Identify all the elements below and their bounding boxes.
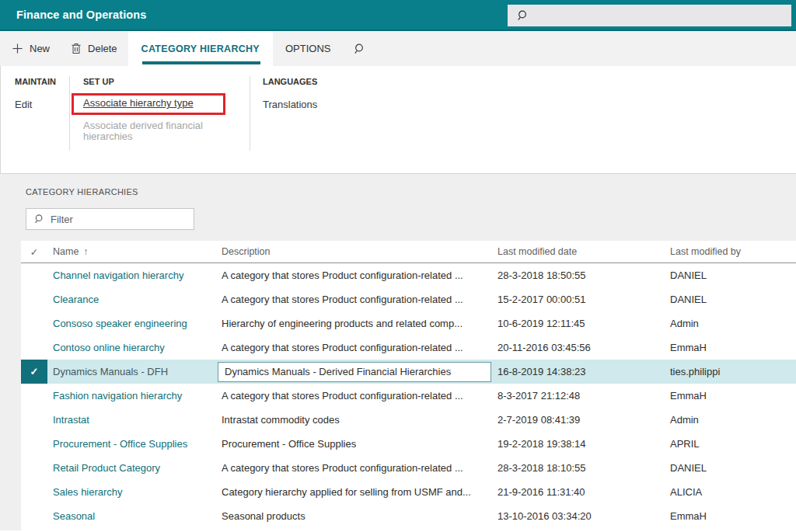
row-name-link[interactable]: Clearance: [47, 294, 216, 305]
row-name-link[interactable]: Fashion navigation hierarchy: [47, 390, 216, 402]
new-button-label: New: [30, 43, 50, 54]
row-last-modified-date: 20-11-2016 03:45:56: [492, 342, 665, 353]
table-row[interactable]: Contoso online hierarchyA category that …: [21, 336, 796, 360]
row-description-cell: A category that stores Product configura…: [216, 390, 492, 402]
table-row[interactable]: Channel navigation hierarchyA category t…: [21, 263, 796, 287]
row-description-cell: Procurement - Office Supplies: [216, 438, 492, 450]
description-editor-cell[interactable]: Dynamics Manuals - Derived Financial Hie…: [218, 362, 491, 382]
row-last-modified-by: DANIEL: [665, 462, 796, 474]
row-check-cell[interactable]: [21, 504, 47, 528]
row-name-link[interactable]: Dynamics Manuals - DFH: [47, 366, 216, 377]
row-check-cell[interactable]: [21, 311, 47, 336]
table-row[interactable]: Consoso speaker engineeringHierarchy of …: [21, 311, 796, 336]
row-name-link[interactable]: Channel navigation hierarchy: [47, 269, 216, 281]
table-body: Channel navigation hierarchyA category t…: [21, 263, 796, 528]
row-description-cell: A category that stores Product configura…: [216, 269, 492, 281]
row-last-modified-by: DANIEL: [665, 269, 796, 281]
row-description-cell: Category hierarchy applied for selling f…: [216, 486, 492, 498]
column-header-name[interactable]: Name↑: [47, 246, 216, 257]
row-description-cell: A category that stores Product configura…: [216, 342, 492, 353]
tab-category-hierarchy[interactable]: CATEGORY HIERARCHY: [128, 31, 273, 66]
row-description-cell: Hierarchy of engineering products and re…: [216, 318, 492, 329]
row-last-modified-by: EmmaH: [665, 342, 796, 353]
row-last-modified-by: EmmaH: [665, 390, 796, 402]
row-last-modified-by: EmmaH: [665, 510, 796, 522]
app-window: Finance and Operations New Delete CATEGO…: [0, 0, 796, 532]
page-content: CATEGORY HIERARCHIES ✓ Name↑ Description…: [0, 174, 796, 530]
plus-icon: [12, 43, 23, 54]
menu-item-associate-hierarchy-type[interactable]: Associate hierarchy type: [83, 98, 194, 109]
select-all-check[interactable]: ✓: [21, 241, 47, 263]
menu-item-translations[interactable]: Translations: [263, 99, 317, 110]
row-last-modified-date: 10-6-2019 12:11:45: [492, 318, 665, 329]
row-check-cell[interactable]: [21, 287, 47, 311]
highlight-red-box: Associate hierarchy type: [72, 93, 225, 115]
row-check-cell[interactable]: [21, 384, 47, 408]
row-name-link[interactable]: Consoso speaker engineering: [47, 318, 216, 329]
new-button[interactable]: New: [12, 43, 50, 54]
column-header-last-modified-date[interactable]: Last modified date: [492, 246, 665, 257]
tab-options-label: OPTIONS: [285, 43, 331, 54]
column-header-description[interactable]: Description: [216, 246, 492, 257]
delete-button[interactable]: Delete: [71, 43, 117, 54]
table-row[interactable]: Fashion navigation hierarchyA category t…: [21, 384, 796, 408]
table-row[interactable]: ClearanceA category that stores Product …: [21, 287, 796, 311]
table-row[interactable]: Sales hierarchyCategory hierarchy applie…: [21, 480, 796, 504]
delete-button-label: Delete: [88, 43, 117, 54]
row-last-modified-date: 8-3-2017 21:12:48: [492, 390, 665, 402]
action-bar: New Delete CATEGORY HIERARCHY OPTIONS: [0, 31, 796, 66]
menu-item-associate-derived-financial-hierarchies: Associate derived financial hierarchies: [83, 120, 250, 142]
row-description-cell: A category that stores Product configura…: [216, 462, 492, 474]
table-row[interactable]: ✓Dynamics Manuals - DFHDynamics Manuals …: [21, 360, 796, 384]
ribbon-group-setup-title: SET UP: [83, 77, 250, 87]
row-name-link[interactable]: Contoso online hierarchy: [47, 342, 216, 353]
filter-box: [26, 208, 194, 230]
table-row[interactable]: IntrastatIntrastat commodity codes2-7-20…: [21, 408, 796, 432]
row-check-cell[interactable]: [21, 480, 47, 504]
row-last-modified-date: 28-3-2018 18:10:55: [492, 462, 665, 474]
table-row[interactable]: SeasonalSeasonal products13-10-2016 03:3…: [21, 504, 796, 528]
table-row[interactable]: Procurement - Office SuppliesProcurement…: [21, 432, 796, 456]
ribbon-group-languages: LANGUAGES Translations: [250, 66, 317, 173]
search-icon: [34, 214, 45, 224]
search-icon: [517, 9, 529, 22]
top-navigation-bar: Finance and Operations: [0, 0, 796, 31]
row-description-cell: A category that stores Product configura…: [216, 294, 492, 305]
row-last-modified-date: 21-9-2016 11:31:40: [492, 486, 665, 498]
row-last-modified-date: 19-2-2018 19:38:14: [492, 438, 665, 450]
menu-item-edit[interactable]: Edit: [15, 99, 69, 110]
category-hierarchies-grid: ✓ Name↑ Description Last modified date L…: [21, 241, 796, 530]
row-description-cell: Dynamics Manuals - Derived Financial Hie…: [216, 362, 492, 382]
row-name-link[interactable]: Intrastat: [47, 414, 216, 426]
table-row[interactable]: Retail Product CategoryA category that s…: [21, 456, 796, 480]
actionbar-search-button[interactable]: [354, 43, 366, 55]
row-check-cell[interactable]: [21, 456, 47, 480]
global-search-box[interactable]: [508, 5, 791, 26]
column-header-last-modified-by[interactable]: Last modified by: [665, 246, 796, 257]
tab-options[interactable]: OPTIONS: [273, 31, 344, 66]
row-name-link[interactable]: Sales hierarchy: [47, 486, 216, 498]
ribbon-group-languages-title: LANGUAGES: [263, 77, 317, 87]
row-description-cell: Seasonal products: [216, 510, 492, 522]
row-last-modified-by: DANIEL: [665, 294, 796, 305]
column-header-name-label: Name: [53, 246, 79, 257]
ribbon-group-maintain-title: MAINTAIN: [15, 77, 69, 87]
app-title: Finance and Operations: [16, 9, 146, 21]
row-last-modified-by: ties.philippi: [665, 366, 796, 377]
row-last-modified-by: ALICIA: [665, 486, 796, 498]
page-title: CATEGORY HIERARCHIES: [26, 187, 138, 196]
row-last-modified-by: APRIL: [665, 438, 796, 450]
row-last-modified-date: 13-10-2016 03:34:20: [492, 510, 665, 522]
row-check-cell[interactable]: [21, 408, 47, 432]
filter-input[interactable]: [51, 214, 175, 225]
row-name-link[interactable]: Seasonal: [47, 510, 216, 522]
row-selected-check-icon[interactable]: ✓: [21, 360, 47, 384]
row-check-cell[interactable]: [21, 432, 47, 456]
row-name-link[interactable]: Retail Product Category: [47, 462, 216, 474]
row-last-modified-date: 15-2-2017 00:00:51: [492, 294, 665, 305]
row-check-cell[interactable]: [21, 263, 47, 287]
row-name-link[interactable]: Procurement - Office Supplies: [47, 438, 216, 450]
row-check-cell[interactable]: [21, 336, 47, 360]
row-last-modified-date: 28-3-2018 18:50:55: [492, 269, 665, 281]
row-last-modified-by: Admin: [665, 414, 796, 426]
